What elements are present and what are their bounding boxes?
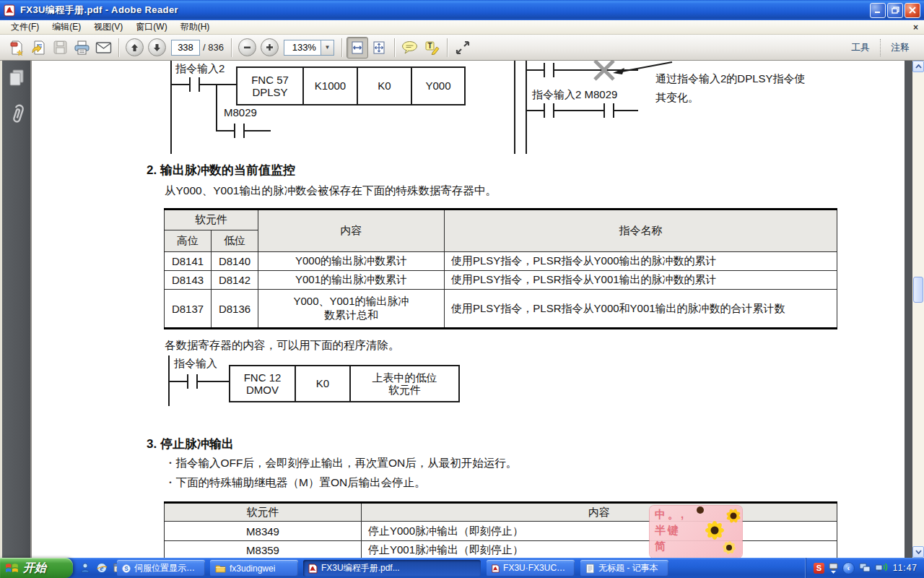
menu-bar: 文件(F) 编辑(E) 视图(V) 窗口(W) 帮助(H) × bbox=[0, 20, 924, 35]
ime-status-overlay[interactable]: 中。, 半键 简 bbox=[650, 506, 742, 558]
page-thumbnails-icon[interactable] bbox=[7, 68, 26, 88]
bullet-item: ・下面的特殊辅助继电器（M）置ON后输出会停止。 bbox=[165, 475, 426, 491]
menu-view[interactable]: 视图(V) bbox=[87, 20, 129, 35]
scrollbar-thumb[interactable] bbox=[913, 277, 923, 303]
previous-page-button[interactable] bbox=[126, 38, 144, 56]
sogou-ime-tray-icon[interactable]: S bbox=[814, 563, 824, 574]
email-button[interactable] bbox=[92, 37, 114, 59]
ladder-line bbox=[514, 61, 515, 154]
toolbar-separator bbox=[447, 38, 448, 57]
zoom-out-button[interactable] bbox=[238, 38, 256, 56]
task-button-label: fx3udingwei bbox=[230, 564, 275, 574]
table-cell: D8142 bbox=[212, 271, 258, 290]
instruction-cell: K0 bbox=[358, 68, 412, 104]
hide-inactive-icons-button[interactable]: ‹ bbox=[842, 562, 855, 574]
navigation-pane bbox=[2, 61, 30, 558]
save-icon bbox=[53, 40, 68, 55]
table-cell: D8143 bbox=[165, 271, 212, 290]
save-button[interactable] bbox=[49, 37, 71, 59]
task-button-pdf-user-manual[interactable]: FX3U·FX3UC用户... bbox=[487, 560, 575, 577]
previous-view-button[interactable] bbox=[27, 37, 49, 59]
wireless-network-icon[interactable] bbox=[875, 563, 889, 573]
arrow-up-icon bbox=[131, 43, 139, 52]
menu-window[interactable]: 窗口(W) bbox=[129, 20, 173, 35]
sogou-browser-icon: S bbox=[122, 564, 131, 574]
print-button[interactable] bbox=[71, 37, 92, 59]
menu-help[interactable]: 帮助(H) bbox=[174, 20, 217, 35]
fit-width-button[interactable] bbox=[346, 37, 368, 59]
start-button[interactable]: 开始 bbox=[0, 558, 73, 578]
zoom-level-combo[interactable]: 133% ▼ bbox=[284, 40, 334, 56]
table-cell: M8349 bbox=[165, 522, 362, 541]
messenger-icon[interactable] bbox=[79, 562, 91, 574]
attachments-paperclip-icon[interactable] bbox=[8, 104, 25, 126]
toolbar: / 836 133% ▼ T bbox=[0, 35, 924, 61]
pane-close-icon[interactable]: × bbox=[913, 23, 918, 32]
ime-mode-text: 简 bbox=[655, 540, 668, 553]
next-page-button[interactable] bbox=[148, 38, 166, 56]
vertical-scrollbar[interactable] bbox=[912, 61, 924, 558]
task-button-folder[interactable]: fx3udingwei bbox=[210, 560, 298, 577]
adobe-pdf-icon bbox=[4, 4, 16, 17]
ime-mode-text: 半键 bbox=[655, 524, 681, 538]
window-title: FX3U编程手册.pdf - Adobe Reader bbox=[20, 4, 868, 17]
open-button[interactable] bbox=[6, 37, 27, 59]
comment-panel-button[interactable]: 注释 bbox=[891, 41, 910, 54]
restore-button[interactable] bbox=[887, 3, 903, 18]
folder-icon bbox=[215, 564, 226, 573]
menu-edit[interactable]: 编辑(E) bbox=[45, 20, 87, 35]
contact-symbol bbox=[544, 103, 554, 118]
instruction-cell: K0 bbox=[296, 366, 351, 401]
tray-clock[interactable]: 11:47 bbox=[893, 563, 918, 573]
fullscreen-button[interactable] bbox=[452, 37, 474, 59]
close-icon bbox=[909, 7, 916, 14]
ladder-line bbox=[170, 84, 237, 85]
page-number-input[interactable] bbox=[171, 40, 200, 56]
ladder-label: 指令输入2 M8029 bbox=[532, 88, 617, 102]
network-status-icon[interactable] bbox=[859, 563, 871, 573]
notepad-icon bbox=[585, 564, 595, 574]
table-cell: Y001的输出脉冲数累计 bbox=[258, 271, 445, 290]
chevron-down-icon[interactable]: ▼ bbox=[321, 40, 334, 56]
reader-background-gap bbox=[905, 61, 912, 558]
task-button-notepad[interactable]: 无标题 - 记事本 bbox=[580, 560, 668, 577]
table-cell: D8140 bbox=[212, 252, 258, 271]
scroll-down-button[interactable] bbox=[912, 546, 924, 558]
fit-width-icon bbox=[350, 40, 365, 55]
add-comment-button[interactable] bbox=[399, 37, 421, 59]
toolbar-separator bbox=[394, 38, 395, 57]
svg-text:e: e bbox=[100, 564, 104, 572]
minimize-icon bbox=[874, 7, 881, 14]
page-total-label: / 836 bbox=[203, 42, 224, 53]
instruction-block: FNC 57 DPLSY K1000 K0 Y000 bbox=[236, 66, 466, 105]
highlight-text-button[interactable]: T bbox=[421, 37, 443, 59]
open-icon bbox=[9, 40, 25, 56]
start-button-label: 开始 bbox=[23, 561, 46, 576]
table-row: D8141 D8140 Y000的输出脉冲数累计 使用PLSY指令，PLSR指令… bbox=[165, 252, 837, 271]
task-button-label: 伺服位置显示问题... bbox=[134, 562, 200, 574]
svg-text:T: T bbox=[427, 42, 432, 50]
contact-symbol bbox=[544, 63, 554, 77]
fit-page-button[interactable] bbox=[368, 37, 390, 59]
pdf-document-icon bbox=[492, 564, 500, 574]
table-cell: 使用PLSY指令，PLSR指令从Y001输出的脉冲数的累计 bbox=[445, 271, 837, 290]
internet-explorer-icon[interactable]: e bbox=[96, 562, 108, 574]
email-icon bbox=[95, 41, 112, 54]
zoom-level-value[interactable]: 133% bbox=[284, 40, 321, 56]
taskbar: 开始 e » S 伺服位置显示问题... fx3udingwei bbox=[0, 558, 924, 578]
zoom-in-button[interactable] bbox=[261, 38, 279, 56]
table-row: D8143 D8142 Y001的输出脉冲数累计 使用PLSY指令，PLSR指令… bbox=[165, 271, 837, 290]
table-header: 内容 bbox=[362, 503, 837, 522]
contact-symbol bbox=[234, 124, 245, 138]
contact-symbol bbox=[603, 103, 614, 118]
minimize-button[interactable] bbox=[870, 3, 886, 18]
close-button[interactable] bbox=[905, 3, 920, 18]
task-button-servo-question[interactable]: S 伺服位置显示问题... bbox=[117, 560, 205, 577]
task-button-pdf-active[interactable]: FX3U编程手册.pdf... bbox=[303, 560, 481, 577]
display-tray-icon bbox=[829, 563, 838, 571]
display-tray-item[interactable] bbox=[829, 563, 838, 574]
menu-file[interactable]: 文件(F) bbox=[4, 20, 45, 35]
scroll-up-button[interactable] bbox=[912, 61, 924, 72]
svg-text:S: S bbox=[124, 566, 128, 572]
tools-panel-button[interactable]: 工具 bbox=[851, 41, 870, 54]
